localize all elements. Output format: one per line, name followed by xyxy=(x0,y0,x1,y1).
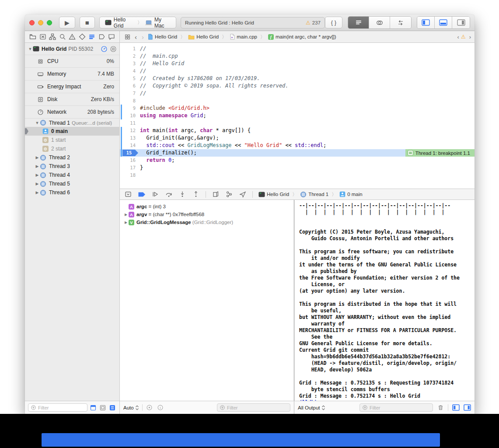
code-line[interactable]: 17} xyxy=(120,164,475,172)
hide-debug-area-button[interactable] xyxy=(124,190,132,198)
minimize-window-button[interactable] xyxy=(38,20,43,25)
breadcrumb-item[interactable]: Hello Grid xyxy=(188,34,219,40)
zoom-window-button[interactable] xyxy=(47,20,52,25)
line-number[interactable]: 3 xyxy=(120,60,140,67)
disclosure-triangle-icon[interactable]: ▶ xyxy=(35,182,40,186)
standard-editor-button[interactable] xyxy=(348,17,369,28)
thread-row[interactable]: ▶Thread 3 xyxy=(25,162,119,171)
code-line[interactable]: 16 return 0; xyxy=(120,157,475,164)
symbol-navigator-icon[interactable] xyxy=(49,33,56,41)
thread-row[interactable]: ▶Thread 4 xyxy=(25,171,119,179)
run-button[interactable]: ▶ xyxy=(59,17,75,28)
clear-console-icon[interactable] xyxy=(436,404,444,412)
variables-view-toggle-icon[interactable] xyxy=(452,404,460,412)
thread-row[interactable]: ▼Thread 1Queue:...d (serial) xyxy=(25,118,119,127)
code-line[interactable]: 2// main.cpp xyxy=(120,52,475,60)
navigator-filter-input[interactable] xyxy=(38,405,85,410)
variables-filter-field[interactable] xyxy=(217,403,290,412)
version-editor-button[interactable] xyxy=(390,17,411,28)
step-out-button[interactable] xyxy=(192,190,200,198)
memory-graph-button[interactable] xyxy=(225,190,233,198)
library-button[interactable]: { } xyxy=(325,17,342,28)
disclosure-triangle-icon[interactable]: ▶ xyxy=(123,220,129,224)
filter-crashed-threads-icon[interactable] xyxy=(89,404,97,412)
warning-count[interactable]: 237 xyxy=(312,20,321,25)
line-number[interactable]: 7 xyxy=(120,90,140,97)
columns-button[interactable] xyxy=(109,45,117,52)
breakpoints-toggle-button[interactable] xyxy=(138,190,146,198)
breadcrumb-item[interactable]: fmain(int argc, char * argv[]) xyxy=(268,34,336,40)
disclosure-triangle-icon[interactable]: ▼ xyxy=(28,47,33,51)
code-line[interactable]: 14 std::cout << GridLogMessage << "Hello… xyxy=(120,142,475,149)
line-number[interactable]: 5 xyxy=(120,75,140,82)
debug-breadcrumb-item[interactable]: Hello Grid xyxy=(258,192,289,197)
go-forward-button[interactable]: › xyxy=(140,33,145,41)
assistant-editor-button[interactable] xyxy=(369,17,390,28)
gauge-button[interactable] xyxy=(100,45,108,52)
code-line[interactable]: 9#include <Grid/Grid.h> xyxy=(120,105,475,112)
line-number[interactable]: 4 xyxy=(120,67,140,75)
disclosure-triangle-icon[interactable]: ▶ xyxy=(123,213,129,217)
line-number[interactable]: 17 xyxy=(120,164,140,172)
toggle-debug-area-button[interactable] xyxy=(435,17,452,28)
toggle-inspector-button[interactable] xyxy=(452,17,470,28)
project-navigator-icon[interactable] xyxy=(29,33,37,41)
code-line[interactable]: 10using namespace Grid; xyxy=(120,112,475,119)
code-line[interactable]: 4// xyxy=(120,67,475,75)
disclosure-triangle-icon[interactable]: ▼ xyxy=(35,121,40,125)
next-issue-button[interactable]: › xyxy=(469,34,471,40)
quick-look-icon[interactable] xyxy=(146,404,154,412)
disclosure-triangle-icon[interactable]: ▶ xyxy=(35,155,40,160)
disclosure-triangle-icon[interactable]: ▶ xyxy=(35,173,40,177)
line-number[interactable]: 16 xyxy=(120,157,140,164)
variables-filter-input[interactable] xyxy=(227,405,288,410)
stack-frame-row[interactable]: ⚙1 start xyxy=(25,136,119,144)
console-view-toggle-icon[interactable] xyxy=(463,404,471,412)
process-row[interactable]: ▼Hello GridPID 55302 xyxy=(25,43,119,55)
line-number[interactable]: 15 xyxy=(120,149,140,157)
breakpoint-annotation[interactable]: Thread 1: breakpoint 1.1 xyxy=(405,149,475,157)
close-window-button[interactable] xyxy=(29,20,35,25)
console-output[interactable]: --|--|--|--|--|--|--|--|--|--|--|--|--|-… xyxy=(294,200,475,401)
disclosure-triangle-icon[interactable]: ▶ xyxy=(35,164,40,168)
code-line[interactable]: 6// Copyright © 2019 sopa. All rights re… xyxy=(120,82,475,90)
gauge-row-network[interactable]: Network208 bytes/s xyxy=(25,105,119,118)
breadcrumb-item[interactable]: Hello Grid xyxy=(147,34,177,40)
test-navigator-icon[interactable] xyxy=(78,33,86,41)
line-number[interactable]: 12 xyxy=(120,127,140,134)
issue-navigator-icon[interactable] xyxy=(68,33,76,41)
debug-breadcrumb-item[interactable]: 0 main xyxy=(339,191,363,197)
step-over-button[interactable] xyxy=(165,190,173,198)
line-number[interactable]: 2 xyxy=(120,52,140,60)
toggle-navigator-button[interactable] xyxy=(417,17,435,28)
find-navigator-icon[interactable] xyxy=(59,33,66,41)
line-number[interactable]: 11 xyxy=(120,119,140,127)
thread-row[interactable]: ▶Thread 2 xyxy=(25,153,119,162)
console-filter-input[interactable] xyxy=(370,405,430,410)
stop-button[interactable]: ■ xyxy=(80,17,95,28)
related-items-icon[interactable] xyxy=(123,33,131,41)
gauge-row-cpu[interactable]: CPU0% xyxy=(25,55,119,67)
gauge-row-disk[interactable]: DiskZero KB/s xyxy=(25,93,119,105)
code-line[interactable]: 7// xyxy=(120,90,475,97)
thread-row[interactable]: ▶Thread 5 xyxy=(25,179,119,188)
scheme-selector[interactable]: Hello Grid 〉 My Mac xyxy=(99,17,176,28)
variable-row[interactable]: Aargc = (int) 3 xyxy=(120,203,294,210)
step-into-button[interactable] xyxy=(178,190,186,198)
line-number[interactable]: 18 xyxy=(120,172,140,179)
console-output-popup[interactable]: All Output xyxy=(298,405,325,410)
code-line[interactable]: 15 Grid_finalize();Thread 1: breakpoint … xyxy=(120,149,475,157)
navigator-filter-field[interactable] xyxy=(28,403,87,412)
stack-frame-row[interactable]: ⚙2 start xyxy=(25,144,119,153)
line-number[interactable]: 9 xyxy=(120,105,140,112)
line-number[interactable]: 14 xyxy=(120,142,140,149)
breakpoint-marker[interactable]: 15 xyxy=(122,150,138,156)
console-filter-field[interactable] xyxy=(359,403,433,412)
go-back-button[interactable]: ‹ xyxy=(133,33,138,41)
code-line[interactable]: 5// Created by s1786208 on 17/03/2019. xyxy=(120,75,475,82)
code-line[interactable]: 1// xyxy=(120,45,475,52)
variable-row[interactable]: ▶VGrid::GridLogMessage (Grid::GridLogger… xyxy=(120,218,294,226)
code-line[interactable]: 18 xyxy=(120,172,475,179)
variables-scope-popup[interactable]: Auto xyxy=(123,405,139,410)
simulate-location-button[interactable] xyxy=(239,190,247,198)
